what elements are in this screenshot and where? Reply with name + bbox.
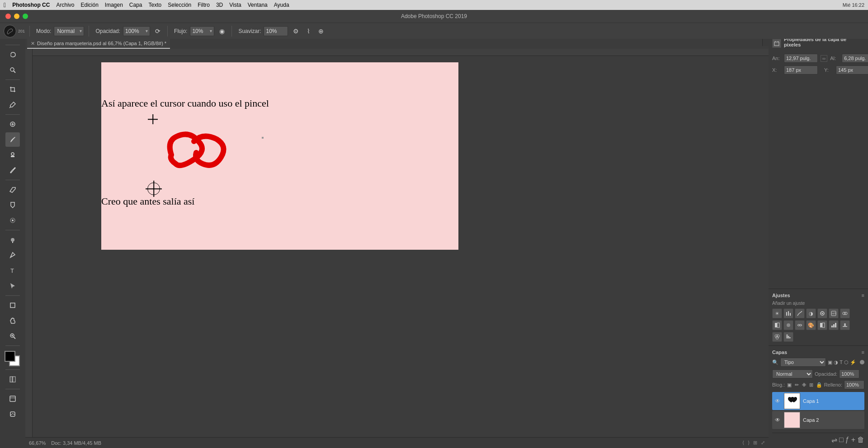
menu-seleccion[interactable]: Selección: [168, 2, 191, 8]
canvas-area[interactable]: -250 -200 -150 -100 -50 0 50 100 150 200…: [25, 49, 769, 437]
layer-item-capa2[interactable]: 👁 Capa 2: [772, 411, 864, 429]
filter-shape-icon[interactable]: ⬡: [844, 359, 849, 365]
zoom-tool[interactable]: [5, 329, 20, 343]
ajuste-bw-icon[interactable]: [772, 320, 782, 330]
status-icon-left[interactable]: ⟨: [742, 440, 744, 446]
airbrush-btn[interactable]: ◉: [217, 26, 227, 36]
status-icon-zoom[interactable]: ⊞: [753, 440, 757, 446]
eyedropper-tool[interactable]: [5, 98, 20, 112]
ajuste-posterize-icon[interactable]: [829, 320, 839, 330]
menu-vista[interactable]: Vista: [229, 2, 241, 8]
foreground-color-swatch[interactable]: [5, 351, 15, 362]
ajuste-colorlookup-icon[interactable]: 🎨: [806, 320, 816, 330]
menu-texto[interactable]: Texto: [149, 2, 162, 8]
ajuste-photofilter-icon[interactable]: [783, 320, 793, 330]
heal-tool[interactable]: [5, 117, 20, 131]
ajuste-exposure-icon[interactable]: ◑: [806, 308, 816, 318]
filter-smart-icon[interactable]: ⚡: [850, 359, 856, 365]
dodge-tool[interactable]: [5, 233, 20, 247]
color-picker[interactable]: [5, 351, 21, 367]
ajuste-channelmixer-icon[interactable]: [795, 320, 805, 330]
menu-photoshop[interactable]: Photoshop CC: [12, 2, 50, 8]
minimize-button[interactable]: [14, 14, 19, 19]
capas-opacity-input[interactable]: [839, 369, 859, 378]
eraser-tool[interactable]: [5, 182, 20, 197]
pressure-btn[interactable]: ⌇: [303, 26, 313, 36]
ajustes-menu-icon[interactable]: ≡: [862, 293, 864, 298]
ajuste-brightness2-icon[interactable]: [783, 332, 793, 342]
menu-filtro[interactable]: Filtro: [198, 2, 210, 8]
ajuste-threshold-icon[interactable]: [840, 320, 850, 330]
shape-tool[interactable]: [5, 298, 20, 313]
capas-menu-icon[interactable]: ≡: [862, 350, 864, 355]
menu-ventana[interactable]: Ventana: [248, 2, 268, 8]
menu-ayuda[interactable]: Ayuda: [274, 2, 289, 8]
blur-tool[interactable]: [5, 213, 20, 228]
ajuste-selectivecolor-icon[interactable]: [772, 332, 782, 342]
lasso-tool[interactable]: [5, 47, 20, 62]
wand-tool[interactable]: [5, 63, 20, 77]
add-link-icon[interactable]: ⇌: [831, 436, 837, 444]
document-tab[interactable]: ✕ Diseño para marqueteria.psd al 66,7% (…: [27, 39, 170, 49]
relleno-input[interactable]: [844, 380, 864, 389]
lock-brush-icon[interactable]: ✏: [794, 381, 799, 388]
ajuste-brightness-icon[interactable]: ☀: [772, 308, 782, 318]
path-select-tool[interactable]: [5, 279, 20, 293]
apple-logo[interactable]: : [4, 1, 6, 9]
menu-imagen[interactable]: Imagen: [105, 2, 123, 8]
capas-blend-select[interactable]: Normal: [772, 369, 813, 378]
history-brush-tool[interactable]: [5, 163, 20, 177]
opacity-input[interactable]: [123, 26, 150, 36]
an-input[interactable]: [784, 54, 818, 63]
paint-bucket-tool[interactable]: [5, 198, 20, 212]
text-tool[interactable]: T: [5, 263, 20, 278]
add-mask-icon[interactable]: □: [839, 436, 844, 444]
smooth-input[interactable]: [264, 26, 288, 36]
menu-3d[interactable]: 3D: [216, 2, 223, 8]
ajuste-vibrance-icon[interactable]: [817, 308, 827, 318]
ajuste-levels-icon[interactable]: [783, 308, 793, 318]
menu-edicion[interactable]: Edición: [80, 2, 98, 8]
filter-adj-icon[interactable]: ◑: [834, 359, 838, 365]
filter-pixel-icon[interactable]: ▣: [828, 359, 832, 365]
ajuste-hsl-icon[interactable]: H/S: [829, 308, 839, 318]
brush-tool[interactable]: [5, 132, 20, 147]
status-icon-right[interactable]: ⟩: [748, 440, 750, 446]
quick-mask-tool[interactable]: [5, 372, 20, 387]
rotation-btn[interactable]: ⊕: [316, 26, 326, 36]
close-button[interactable]: [5, 14, 11, 19]
smooth-settings-btn[interactable]: ⚙: [291, 26, 301, 36]
artboard-icon[interactable]: [5, 407, 20, 421]
add-style-icon[interactable]: ƒ: [845, 436, 849, 444]
lock-all-icon[interactable]: 🔒: [816, 381, 822, 388]
menu-archivo[interactable]: Archivo: [56, 2, 74, 8]
status-icon-expand[interactable]: ⤢: [761, 440, 765, 446]
menu-capa[interactable]: Capa: [129, 2, 142, 8]
y-input[interactable]: [836, 65, 868, 75]
maximize-button[interactable]: [23, 14, 28, 19]
mode-dropdown[interactable]: Normal: [54, 26, 84, 36]
brush-preview[interactable]: [4, 25, 16, 37]
ajuste-colorbalance-icon[interactable]: [840, 308, 850, 318]
workspace-icon[interactable]: [5, 392, 20, 406]
add-layer-icon[interactable]: +: [851, 436, 855, 444]
flow-input[interactable]: [190, 26, 214, 36]
close-tab-icon[interactable]: ✕: [31, 41, 35, 47]
opacity-icon-btn[interactable]: ⟳: [153, 26, 163, 36]
stamp-tool[interactable]: [5, 148, 20, 162]
layer-eye-capa1[interactable]: 👁: [774, 398, 781, 404]
capas-type-select[interactable]: Tipo: [780, 358, 826, 367]
filter-text-icon[interactable]: T: [840, 359, 843, 365]
lock-position-icon[interactable]: ✙: [801, 381, 807, 388]
layer-eye-capa2[interactable]: 👁: [774, 417, 781, 423]
capas-toggle-icon[interactable]: [860, 360, 864, 364]
layer-item-capa1[interactable]: 👁 Capa 1: [772, 392, 864, 410]
pen-tool[interactable]: [5, 248, 20, 262]
link-dimensions-icon[interactable]: ∞: [821, 55, 827, 62]
ajuste-curves-icon[interactable]: [795, 308, 805, 318]
lock-artboard-icon[interactable]: ⊞: [809, 381, 814, 388]
hand-tool[interactable]: [5, 313, 20, 328]
delete-layer-icon[interactable]: 🗑: [857, 436, 864, 444]
lock-checkerboard-icon[interactable]: ▣: [787, 381, 792, 388]
ajuste-invert-icon[interactable]: [817, 320, 827, 330]
